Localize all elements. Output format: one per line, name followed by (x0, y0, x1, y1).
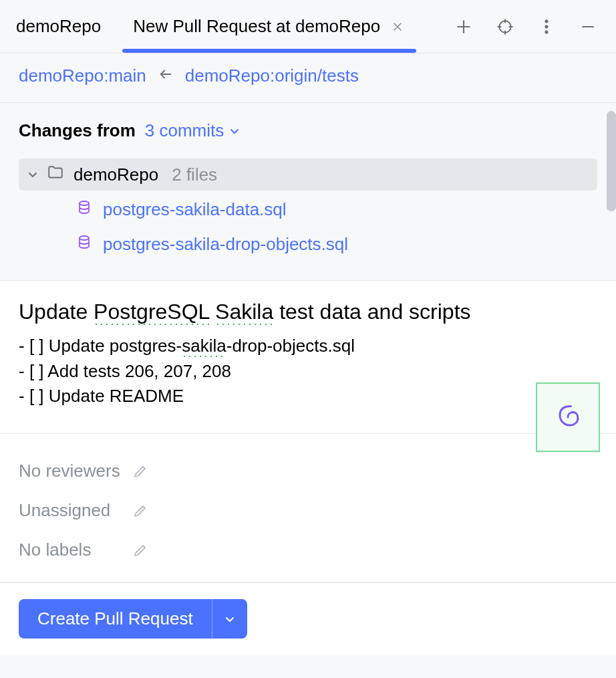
reviewers-value: No reviewers (19, 461, 132, 481)
minimize-icon[interactable] (575, 13, 601, 40)
chevron-down-icon[interactable] (25, 169, 40, 180)
changes-from-label: Changes from (19, 120, 136, 141)
tree-file-row[interactable]: postgres-sakila-data.sql (19, 193, 597, 225)
svg-point-1 (545, 19, 548, 22)
pr-title-rest: test data and scripts (273, 300, 470, 324)
footer: Create Pull Request (0, 582, 616, 655)
ai-assist-button[interactable] (536, 382, 600, 452)
spell-word: PostgreSQL (94, 300, 209, 325)
file-tree: demoRepo 2 files postgres-sakila-data.sq… (19, 158, 597, 260)
pr-description[interactable]: Update postgres-sakila-drop-objects.sql … (19, 334, 597, 409)
repo-name: demoRepo (73, 164, 158, 185)
file-name: postgres-sakila-data.sql (103, 199, 287, 220)
database-icon (76, 199, 92, 220)
tree-repo-row[interactable]: demoRepo 2 files (19, 158, 597, 191)
folder-icon (47, 164, 64, 186)
create-pr-label: Create Pull Request (19, 599, 212, 639)
source-branch[interactable]: demoRepo:origin/tests (185, 66, 359, 86)
labels-row: No labels (19, 540, 597, 560)
commit-count-dropdown[interactable]: 3 commits (145, 120, 240, 141)
top-actions (450, 0, 616, 53)
svg-point-5 (80, 236, 89, 240)
branch-selector-row: demoRepo:main demoRepo:origin/tests (0, 53, 616, 103)
commit-count-text: 3 commits (145, 120, 224, 141)
svg-point-3 (545, 30, 548, 33)
tab-repo-label: demoRepo (16, 16, 101, 37)
assignee-value: Unassigned (19, 500, 132, 521)
pr-title-w1: Update (19, 300, 94, 324)
labels-value: No labels (19, 540, 132, 560)
changes-header: Changes from 3 commits (19, 120, 597, 141)
changes-section: Changes from 3 commits demoRepo 2 files … (0, 103, 616, 281)
edit-labels-icon[interactable] (132, 542, 148, 558)
kebab-menu-icon[interactable] (533, 13, 560, 40)
scrollbar[interactable] (607, 111, 616, 211)
tree-file-row[interactable]: postgres-sakila-drop-objects.sql (19, 228, 597, 260)
tab-strip: demoRepo New Pull Request at demoRepo (0, 0, 450, 53)
tab-repo[interactable]: demoRepo (0, 0, 117, 53)
svg-point-4 (80, 201, 89, 205)
target-icon[interactable] (492, 13, 518, 40)
svg-point-2 (545, 25, 548, 27)
create-pr-dropdown[interactable] (212, 599, 247, 639)
top-tab-bar: demoRepo New Pull Request at demoRepo (0, 0, 616, 53)
meta-section: No reviewers Unassigned No labels (0, 434, 616, 582)
tab-new-pr-label: New Pull Request at demoRepo (133, 16, 380, 37)
description-section: Update PostgreSQL Sakila test data and s… (0, 281, 616, 434)
spiral-icon (556, 405, 580, 429)
checklist-item: Update README (19, 384, 597, 409)
spell-word: Sakila (215, 300, 273, 325)
edit-assignee-icon[interactable] (132, 503, 148, 519)
file-count: 2 files (172, 164, 217, 185)
tab-new-pr[interactable]: New Pull Request at demoRepo (117, 0, 422, 53)
edit-reviewers-icon[interactable] (132, 463, 148, 479)
checklist-item: Add tests 206, 207, 208 (19, 359, 597, 384)
file-name: postgres-sakila-drop-objects.sql (103, 234, 348, 255)
plus-icon[interactable] (450, 13, 477, 40)
create-pr-button[interactable]: Create Pull Request (19, 599, 247, 639)
close-icon[interactable] (390, 19, 406, 35)
pr-title-input[interactable]: Update PostgreSQL Sakila test data and s… (19, 300, 597, 324)
target-branch[interactable]: demoRepo:main (19, 66, 146, 86)
database-icon (76, 234, 92, 255)
reviewers-row: No reviewers (19, 461, 597, 481)
assignee-row: Unassigned (19, 500, 597, 521)
checklist-item: Update postgres-sakila-drop-objects.sql (19, 334, 597, 359)
arrow-left-icon (158, 66, 173, 86)
